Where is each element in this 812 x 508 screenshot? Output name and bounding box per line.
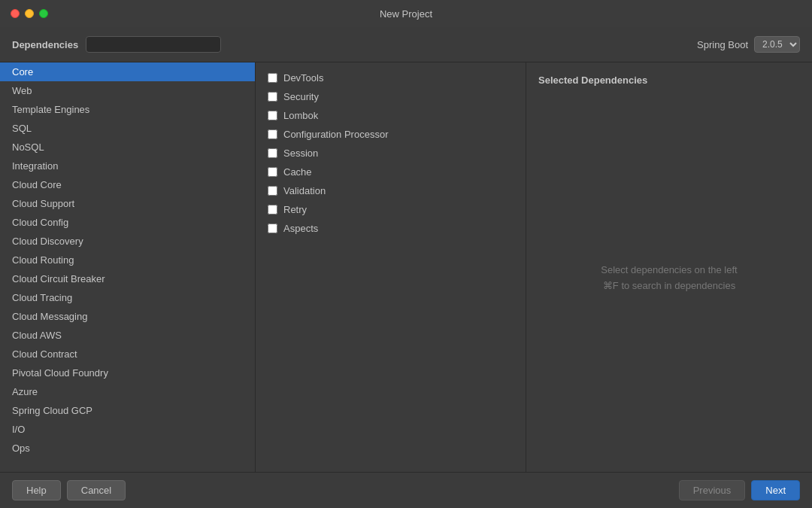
checkbox-label-security: Security (283, 91, 319, 102)
dialog-header: Dependencies Spring Boot 2.0.5 2.0.4 2.1… (0, 27, 812, 62)
maximize-button[interactable] (39, 9, 48, 18)
dialog: Dependencies Spring Boot 2.0.5 2.0.4 2.1… (0, 27, 812, 508)
checkbox-session[interactable] (268, 148, 277, 158)
checkbox-retry[interactable] (268, 205, 277, 214)
checkbox-configuration-processor[interactable] (268, 129, 277, 139)
checkbox-validation[interactable] (268, 186, 277, 196)
sidebar-item-cloud-circuit-breaker[interactable]: Cloud Circuit Breaker (0, 269, 255, 288)
cancel-button[interactable]: Cancel (67, 480, 126, 500)
close-button[interactable] (11, 9, 20, 18)
checkbox-label-cache: Cache (283, 166, 312, 178)
minimize-button[interactable] (25, 9, 34, 18)
checkbox-label-validation: Validation (283, 185, 326, 196)
checkbox-label-aspects: Aspects (283, 223, 318, 234)
checkbox-label-configuration-processor: Configuration Processor (283, 129, 388, 140)
spring-boot-label: Spring Boot (697, 39, 748, 50)
checkbox-cache[interactable] (268, 167, 277, 177)
next-button[interactable]: Next (751, 480, 800, 500)
checkbox-item-session[interactable]: Session (256, 144, 526, 163)
window-title: New Project (380, 8, 432, 20)
checkbox-item-security[interactable]: Security (256, 87, 526, 106)
title-bar: New Project (0, 0, 812, 27)
left-panel: CoreWebTemplate EnginesSQLNoSQLIntegrati… (0, 62, 256, 472)
selected-dependencies-title: Selected Dependencies (538, 75, 647, 86)
sidebar-item-integration[interactable]: Integration (0, 157, 255, 175)
footer-left: Help Cancel (12, 480, 126, 500)
checkbox-item-configuration-processor[interactable]: Configuration Processor (256, 125, 526, 144)
dialog-footer: Help Cancel Previous Next (0, 472, 812, 508)
checkbox-aspects[interactable] (268, 224, 277, 233)
checkbox-item-lombok[interactable]: Lombok (256, 106, 526, 125)
dependencies-label: Dependencies (12, 39, 78, 50)
checkbox-lombok[interactable] (268, 111, 277, 120)
checkbox-label-lombok: Lombok (283, 110, 318, 121)
sidebar-item-cloud-aws[interactable]: Cloud AWS (0, 326, 255, 345)
sidebar-item-cloud-contract[interactable]: Cloud Contract (0, 345, 255, 364)
checkbox-item-retry[interactable]: Retry (256, 200, 526, 219)
sidebar-item-cloud-messaging[interactable]: Cloud Messaging (0, 307, 255, 326)
dialog-body: CoreWebTemplate EnginesSQLNoSQLIntegrati… (0, 62, 812, 472)
previous-button[interactable]: Previous (679, 480, 746, 500)
checkbox-item-cache[interactable]: Cache (256, 163, 526, 181)
checkbox-label-devtools: DevTools (283, 72, 323, 84)
spring-boot-version-select[interactable]: 2.0.5 2.0.4 2.1.0 (754, 36, 800, 53)
sidebar-item-pivotal-cloud-foundry[interactable]: Pivotal Cloud Foundry (0, 364, 255, 382)
footer-right: Previous Next (679, 480, 800, 500)
sidebar-item-cloud-config[interactable]: Cloud Config (0, 213, 255, 232)
sidebar-item-spring-cloud-gcp[interactable]: Spring Cloud GCP (0, 401, 255, 420)
checkbox-item-devtools[interactable]: DevTools (256, 68, 526, 87)
spring-boot-section: Spring Boot 2.0.5 2.0.4 2.1.0 (697, 36, 800, 53)
traffic-lights (11, 9, 48, 18)
sidebar-item-sql[interactable]: SQL (0, 119, 255, 138)
search-input[interactable] (86, 36, 221, 53)
middle-panel: DevToolsSecurityLombokConfiguration Proc… (256, 62, 526, 472)
right-panel: Selected Dependencies Select dependencie… (526, 62, 812, 472)
checkbox-item-validation[interactable]: Validation (256, 181, 526, 200)
sidebar-item-nosql[interactable]: NoSQL (0, 138, 255, 157)
checkbox-security[interactable] (268, 92, 277, 102)
empty-state-line2: ⌘F to search in dependencies (603, 280, 735, 291)
empty-state-line1: Select dependencies on the left (601, 264, 737, 275)
sidebar-item-core[interactable]: Core (0, 62, 255, 81)
checkbox-devtools[interactable] (268, 73, 277, 83)
sidebar-item-cloud-support[interactable]: Cloud Support (0, 194, 255, 213)
sidebar-item-cloud-discovery[interactable]: Cloud Discovery (0, 232, 255, 251)
sidebar-item-cloud-core[interactable]: Cloud Core (0, 175, 255, 194)
sidebar-item-cloud-tracing[interactable]: Cloud Tracing (0, 288, 255, 307)
checkbox-label-retry: Retry (283, 204, 307, 215)
sidebar-item-azure[interactable]: Azure (0, 382, 255, 401)
sidebar-item-template-engines[interactable]: Template Engines (0, 100, 255, 119)
help-button[interactable]: Help (12, 480, 61, 500)
checkbox-label-session: Session (283, 148, 318, 159)
checkbox-item-aspects[interactable]: Aspects (256, 219, 526, 238)
sidebar-item-ops[interactable]: Ops (0, 439, 255, 458)
empty-state: Select dependencies on the left ⌘F to se… (538, 95, 800, 460)
sidebar-item-web[interactable]: Web (0, 81, 255, 100)
sidebar-item-cloud-routing[interactable]: Cloud Routing (0, 251, 255, 269)
sidebar-item-io[interactable]: I/O (0, 420, 255, 439)
